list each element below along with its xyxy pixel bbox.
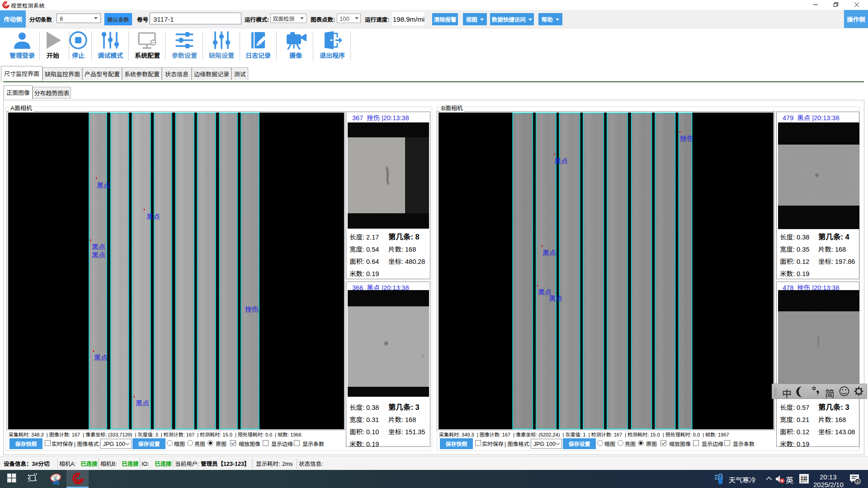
svg-text:6: 6 — [856, 479, 859, 484]
